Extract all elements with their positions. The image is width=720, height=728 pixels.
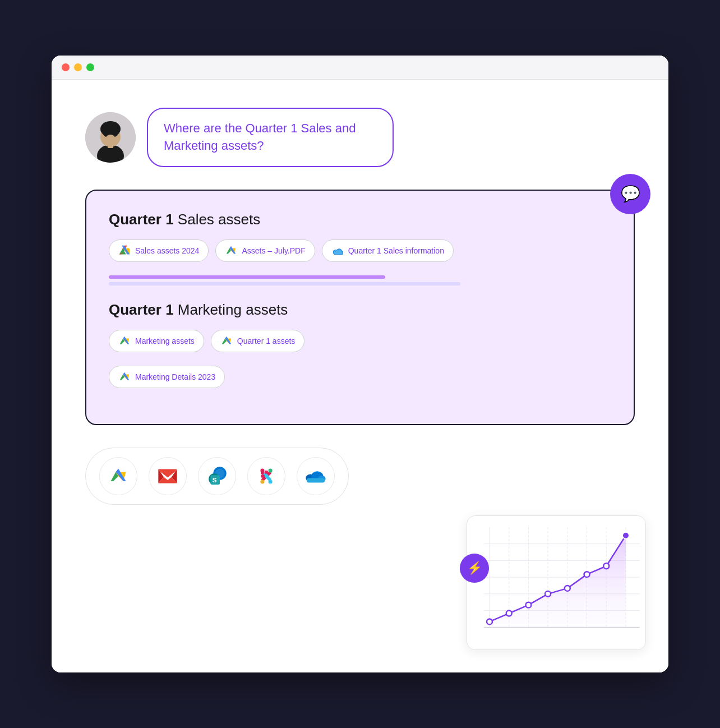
sales-chart-svg: [467, 516, 645, 649]
asset-label: Quarter 1 assets: [237, 337, 296, 345]
sharepoint-icon: S: [206, 465, 228, 487]
asset-label: Sales assets 2024: [135, 246, 199, 255]
speech-bubble: Where are the Quarter 1 Sales and Market…: [147, 108, 394, 167]
svg-rect-65: [307, 478, 325, 482]
user-message-text: Where are the Quarter 1 Sales and Market…: [164, 121, 356, 153]
app-window: Where are the Quarter 1 Sales and Market…: [52, 56, 668, 672]
titlebar: [52, 56, 668, 80]
user-message-row: Where are the Quarter 1 Sales and Market…: [85, 108, 635, 167]
asset-chip-q1-sales-info[interactable]: Quarter 1 Sales information: [322, 239, 454, 262]
bottom-row: S: [85, 448, 635, 505]
ai-response-wrapper: 💬 Quarter 1 Sales assets: [85, 190, 635, 425]
lightning-icon: ⚡: [467, 561, 482, 575]
sales-assets-row: Sales assets 2024 Assets – July.PDF: [109, 239, 611, 262]
marketing-section: Quarter 1 Marketing assets Marketing ass…: [109, 301, 611, 388]
sales-section: Quarter 1 Sales assets: [109, 211, 611, 285]
avatar: [85, 112, 136, 163]
section-dividers: [109, 275, 611, 285]
asset-label: Marketing Details 2023: [135, 372, 215, 381]
asset-chip-marketing-details[interactable]: Marketing Details 2023: [109, 366, 225, 388]
ai-avatar: 💬: [610, 174, 650, 214]
svg-rect-28: [334, 252, 342, 254]
gdrive-icon-5: [118, 371, 131, 383]
maximize-button[interactable]: [86, 63, 94, 71]
integration-gmail[interactable]: [149, 457, 187, 495]
asset-chip-sales-2024[interactable]: Sales assets 2024: [109, 239, 209, 262]
integration-onedrive[interactable]: [297, 457, 335, 495]
lightning-badge: ⚡: [460, 554, 489, 583]
onedrive-icon: [331, 245, 344, 257]
svg-point-83: [506, 611, 512, 616]
main-content: Where are the Quarter 1 Sales and Market…: [52, 80, 668, 672]
svg-point-84: [525, 602, 531, 608]
slack-icon: [257, 467, 276, 486]
sales-section-title: Quarter 1 Sales assets: [109, 211, 611, 228]
svg-point-86: [565, 586, 570, 591]
ai-chat-icon: 💬: [621, 185, 640, 203]
svg-point-87: [584, 572, 590, 577]
asset-label: Marketing assets: [135, 337, 195, 345]
gdrive-large-icon: [108, 466, 128, 486]
svg-rect-61: [265, 474, 269, 478]
minimize-button[interactable]: [74, 63, 82, 71]
svg-point-82: [487, 619, 492, 624]
svg-point-88: [603, 563, 609, 569]
svg-rect-59: [261, 471, 264, 474]
gdrive-icon: [118, 245, 131, 257]
svg-point-56: [260, 480, 264, 483]
svg-point-6: [106, 135, 115, 141]
integrations-bar: S: [85, 448, 349, 505]
close-button[interactable]: [62, 63, 70, 71]
marketing-assets-row-2: Marketing Details 2023: [109, 366, 611, 388]
ai-response-card: Quarter 1 Sales assets: [85, 190, 635, 425]
divider-2: [109, 282, 460, 285]
svg-rect-58: [261, 474, 265, 478]
svg-point-85: [545, 591, 551, 597]
svg-text:S: S: [213, 476, 217, 483]
integration-sharepoint[interactable]: S: [198, 457, 236, 495]
gdrive-icon-4: [220, 335, 233, 347]
asset-chip-marketing-assets[interactable]: Marketing assets: [109, 330, 204, 352]
asset-chip-q1-assets[interactable]: Quarter 1 assets: [211, 330, 305, 352]
svg-point-57: [269, 480, 273, 483]
asset-label: Quarter 1 Sales information: [348, 246, 444, 255]
gdrive-icon-3: [118, 335, 131, 347]
svg-point-89: [622, 532, 629, 539]
chart-panel: [467, 515, 646, 650]
gdrive-icon-2: [225, 245, 237, 257]
svg-rect-60: [265, 471, 268, 474]
integration-gdrive[interactable]: [99, 457, 137, 495]
gmail-icon: [158, 468, 178, 484]
divider-1: [109, 275, 385, 279]
asset-chip-assets-july[interactable]: Assets – July.PDF: [215, 239, 315, 262]
marketing-assets-row: Marketing assets Quarter 1 assets: [109, 330, 611, 352]
asset-label: Assets – July.PDF: [242, 246, 305, 255]
svg-point-55: [269, 468, 273, 472]
onedrive-large-icon: [305, 468, 326, 484]
integration-slack[interactable]: [247, 457, 285, 495]
marketing-section-title: Quarter 1 Marketing assets: [109, 301, 611, 319]
